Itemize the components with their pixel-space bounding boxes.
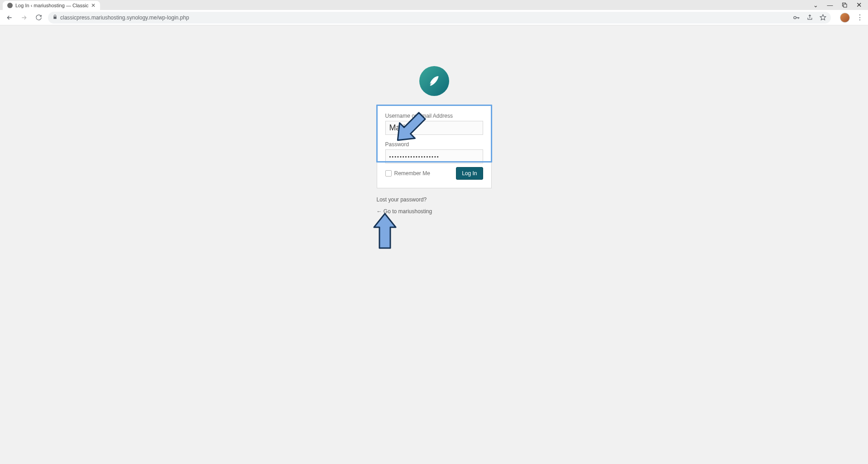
maximize-icon[interactable] [841, 1, 848, 9]
lock-icon [53, 14, 58, 20]
reload-button[interactable] [34, 13, 43, 23]
username-input[interactable] [385, 121, 483, 135]
close-tab-icon[interactable]: ✕ [91, 2, 96, 9]
below-links: Lost your password? ← Go to mariushostin… [377, 196, 492, 215]
chrome-controls-right: ⋮ [835, 13, 863, 23]
url-text: classicpress.mariushosting.synology.me/w… [60, 14, 189, 21]
browser-tab[interactable]: Log In ‹ mariushosting — Classic ✕ [3, 1, 100, 10]
username-group: Username or Email Address [385, 113, 483, 135]
remember-checkbox[interactable] [385, 170, 392, 177]
classicpress-logo[interactable] [419, 66, 449, 96]
form-footer: Remember Me Log In [385, 167, 483, 180]
menu-kebab-icon[interactable]: ⋮ [856, 13, 863, 22]
window-controls: ⌄ — ✕ [806, 1, 868, 9]
chevron-down-icon[interactable]: ⌄ [812, 1, 819, 9]
minimize-icon[interactable]: — [826, 1, 834, 9]
browser-titlebar: Log In ‹ mariushosting — Classic ✕ ⌄ — ✕ [0, 0, 868, 10]
login-button[interactable]: Log In [456, 167, 483, 180]
back-to-site-link[interactable]: ← Go to mariushosting [377, 208, 492, 215]
login-form: Username or Email Address Password Remem… [377, 105, 492, 188]
password-label: Password [385, 141, 483, 148]
svg-rect-1 [844, 4, 847, 7]
bookmark-star-icon[interactable] [820, 14, 826, 21]
globe-icon [7, 3, 13, 8]
svg-point-2 [794, 16, 796, 19]
omnibox[interactable]: classicpress.mariushosting.synology.me/w… [48, 12, 831, 24]
forward-button[interactable] [19, 13, 29, 23]
remember-me[interactable]: Remember Me [385, 170, 430, 177]
lost-password-link[interactable]: Lost your password? [377, 196, 492, 203]
close-window-icon[interactable]: ✕ [855, 1, 863, 9]
profile-avatar[interactable] [840, 13, 850, 23]
omnibox-actions [793, 14, 826, 21]
feather-icon [427, 73, 442, 89]
annotation-arrow-bottom [369, 212, 400, 254]
password-key-icon[interactable] [793, 14, 800, 21]
tab-title: Log In ‹ mariushosting — Classic [15, 3, 88, 8]
tab-strip: Log In ‹ mariushosting — Classic ✕ [0, 0, 806, 10]
share-icon[interactable] [806, 14, 813, 21]
back-button[interactable] [5, 13, 14, 23]
logo-container [0, 25, 868, 96]
password-group: Password [385, 141, 483, 163]
password-input[interactable] [385, 149, 483, 163]
username-label: Username or Email Address [385, 113, 483, 119]
page-body: Username or Email Address Password Remem… [0, 25, 868, 464]
address-bar: classicpress.mariushosting.synology.me/w… [0, 10, 868, 25]
remember-label: Remember Me [394, 170, 430, 177]
